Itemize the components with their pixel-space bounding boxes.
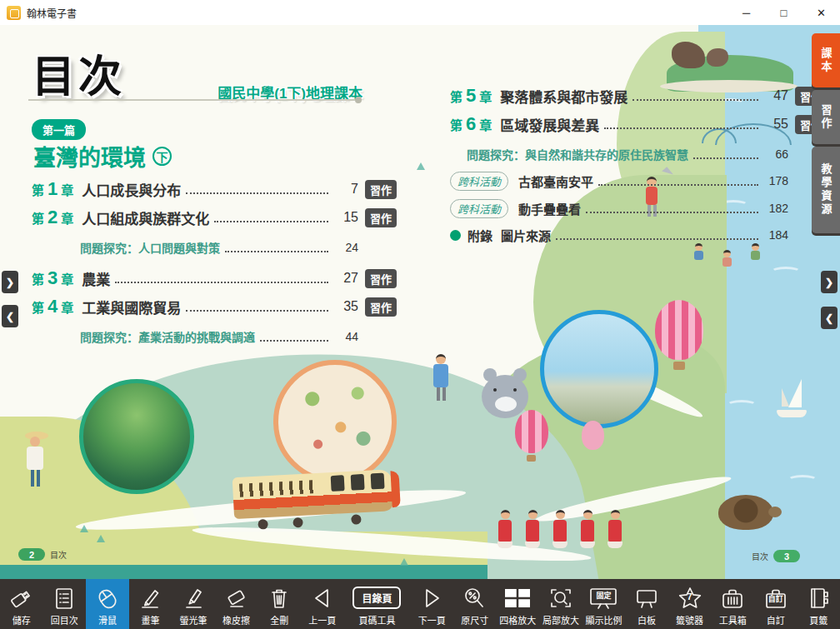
quad-zoom-button[interactable]: 四格放大 [497, 579, 540, 629]
eraser-tool-button[interactable]: 橡皮擦 [215, 579, 258, 629]
page-number: 182 [763, 202, 788, 215]
toc-entry-appendix[interactable]: 附錄 圖片來源 184 [450, 224, 827, 246]
mouse-tool-button[interactable]: 滑鼠 [86, 579, 129, 629]
page-number: 24 [333, 241, 358, 254]
toc-entry-activity[interactable]: 跨科活動 動手疊疊看 182 [450, 197, 827, 219]
pen-tool-button[interactable]: 畫筆 [129, 579, 172, 629]
illustration-bottom-band [0, 565, 488, 579]
page-number: 35 [333, 299, 358, 314]
display-scale-button[interactable]: 固定 顯示比例 [582, 579, 626, 629]
previous-page-button[interactable]: 上一頁 [301, 579, 344, 629]
minimize-button[interactable]: ─ [728, 0, 765, 25]
workbook-badge[interactable]: 習作 [365, 180, 397, 199]
cross-subject-badge: 跨科活動 [450, 172, 508, 191]
custom-tools-button[interactable]: 自訂 自訂 [754, 579, 798, 629]
tab-workbook[interactable]: 習作 [812, 90, 840, 144]
toc-entry-chapter-1[interactable]: 第1章 人口成長與分布 7 習作 [32, 177, 397, 202]
edge-prev-arrow-icon[interactable]: ❮ [2, 305, 18, 327]
dot-leader [556, 230, 758, 240]
pen-icon [136, 582, 164, 613]
chapter-title: 聚落體系與都市發展 [500, 86, 628, 107]
page-number-pill: 3 [773, 550, 800, 562]
illustration-sitting-person [750, 243, 760, 260]
highlighter-tool-button[interactable]: 螢光筆 [172, 579, 215, 629]
right-page-marker: 目次 3 [752, 550, 800, 562]
toc-entry-activity[interactable]: 跨科活動 古都臺南安平 178 [450, 170, 827, 192]
page-number: 44 [333, 330, 358, 343]
bear-mascot-icon [513, 388, 517, 392]
toc-entry-chapter-6[interactable]: 第6章 區域發展與差異 55 習作 [450, 112, 827, 137]
close-button[interactable]: ✕ [802, 0, 840, 25]
tree-icon [417, 162, 425, 170]
page-number: 7 [333, 182, 358, 197]
bear-mascot-icon [493, 388, 497, 392]
edge-prev-arrow-icon[interactable]: ❮ [821, 307, 838, 329]
page-number-button-icon: 目錄頁 [352, 582, 401, 613]
dot-leader [693, 149, 758, 159]
toc-entry-inquiry[interactable]: 問題探究：產業活動的挑戰與調適 44 [32, 327, 397, 347]
illustration-hiker [433, 354, 448, 401]
photo-people-jumping [540, 310, 658, 428]
custom-case-icon: 自訂 [762, 582, 790, 613]
volume-circle: 下 [152, 147, 172, 166]
toc-entry-chapter-5[interactable]: 第5章 聚落體系與都市發展 47 習作 [450, 83, 827, 108]
workbook-badge[interactable]: 習作 [365, 208, 397, 227]
next-page-icon [418, 582, 446, 613]
tab-teaching-resources[interactable]: 教學資源 [812, 147, 840, 233]
part-badge: 第一篇 [32, 119, 86, 140]
dot-leader [598, 176, 758, 186]
page-number: 55 [763, 117, 788, 132]
toc-entry-chapter-2[interactable]: 第2章 人口組成與族群文化 15 習作 [32, 205, 397, 230]
chapter-title: 農業 [82, 268, 110, 289]
page-number: 184 [763, 228, 788, 242]
title-bar: 翰林電子書 ─ □ ✕ [0, 0, 840, 25]
dot-leader [632, 91, 758, 101]
workbook-badge[interactable]: 習作 [365, 297, 397, 317]
tree-icon [97, 535, 105, 542]
workbook-badge[interactable]: 習作 [365, 269, 397, 288]
number-picker-button[interactable]: 7 籤號器 [668, 579, 712, 629]
turtle-icon [718, 495, 773, 530]
dot-leader [214, 212, 328, 222]
region-zoom-icon [547, 582, 575, 613]
toc-entry-inquiry[interactable]: 問題探究：人口問題與對策 24 [32, 237, 397, 257]
prev-page-icon [308, 582, 337, 613]
back-to-toc-button[interactable]: 回目次 [43, 579, 87, 629]
toolbox-button[interactable]: 工具箱 [711, 579, 754, 629]
toc-right-column: 第5章 聚落體系與都市發展 47 習作 第6章 區域發展與差異 55 習作 問題… [450, 80, 827, 246]
maximize-button[interactable]: □ [765, 0, 802, 25]
toc-entry-chapter-3[interactable]: 第3章 農業 27 習作 [32, 266, 397, 291]
dot-leader [586, 203, 758, 213]
photo-boat-river [79, 379, 194, 494]
mouse-icon [93, 582, 122, 613]
page-title: 目次 [32, 42, 125, 104]
bear-mascot-icon [495, 397, 517, 412]
tree-icon [400, 558, 408, 566]
dot-leader [604, 119, 758, 129]
page-number: 178 [763, 174, 788, 187]
toc-entry-inquiry[interactable]: 問題探究：與自然和諧共存的原住民族智慧 66 [450, 144, 827, 164]
illustration-dancers [494, 498, 640, 548]
save-button[interactable]: 儲存 [0, 579, 43, 629]
edge-next-arrow-icon[interactable]: ❯ [2, 271, 18, 293]
window-title: 翰林電子書 [27, 6, 77, 20]
sailboat-icon [788, 379, 802, 407]
next-page-button[interactable]: 下一頁 [410, 579, 453, 629]
page-number-tool-button[interactable]: 目錄頁 頁碼工具 [344, 579, 411, 629]
delete-all-button[interactable]: 全刪 [258, 579, 301, 629]
sailboat-icon [782, 388, 789, 407]
edge-next-arrow-icon[interactable]: ❯ [821, 271, 838, 293]
page-number-pill: 2 [18, 548, 45, 561]
dot-leader [115, 273, 328, 283]
star-number-icon: 7 [676, 582, 704, 613]
tree-icon [80, 525, 88, 532]
whiteboard-button[interactable]: 白板 [625, 579, 668, 629]
quad-zoom-icon [502, 582, 533, 613]
original-size-button[interactable]: 原尺寸 [453, 579, 497, 629]
toc-entry-chapter-4[interactable]: 第4章 工業與國際貿易 35 習作 [32, 294, 397, 319]
cross-subject-badge: 跨科活動 [450, 199, 508, 218]
region-zoom-button[interactable]: 局部放大 [539, 579, 582, 629]
tab-textbook[interactable]: 課本 [812, 33, 840, 87]
sailboat-icon [777, 410, 807, 417]
page-tabs-button[interactable]: 頁籤 [797, 579, 840, 629]
